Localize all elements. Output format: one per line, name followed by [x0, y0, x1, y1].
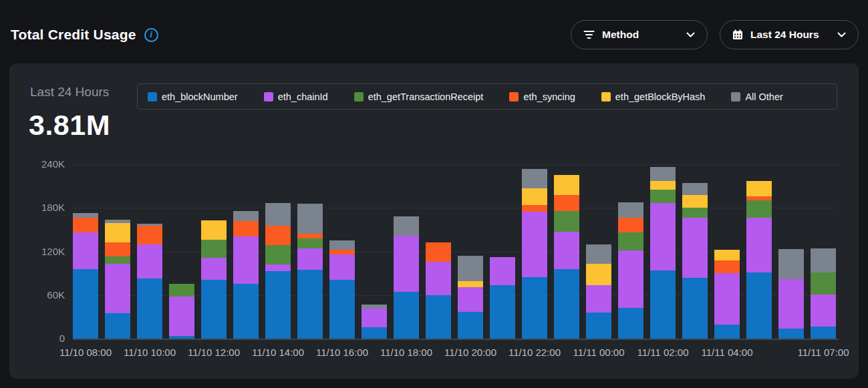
bar-column[interactable]	[73, 213, 98, 339]
bar-segment-eth_getTransactionReceipt	[169, 284, 194, 296]
bar-segment-All Other	[233, 211, 259, 221]
x-axis-tick: 11/11 07:00	[797, 347, 849, 358]
bar-segment-eth_chainId	[811, 295, 836, 327]
legend-item-eth_blockNumber[interactable]: eth_blockNumber	[148, 91, 238, 102]
legend-item-eth_getTransactionReceipt[interactable]: eth_getTransactionReceipt	[354, 91, 484, 102]
bar-column[interactable]	[329, 240, 355, 339]
bar-segment-eth_syncing	[73, 218, 98, 232]
bar-segment-All Other	[586, 244, 611, 264]
bar-segment-eth_blockNumber	[201, 280, 227, 339]
bar-segment-eth_blockNumber	[233, 284, 259, 339]
bar-column[interactable]	[394, 216, 419, 339]
bar-column[interactable]	[458, 256, 483, 339]
bar-column[interactable]	[778, 249, 804, 339]
bar-column[interactable]	[811, 248, 836, 339]
legend-chip	[509, 92, 519, 102]
page-title: Total Credit Usage	[11, 27, 136, 43]
bar-segment-eth_blockNumber	[329, 280, 355, 339]
bar-segment-eth_getTransactionReceipt	[105, 256, 130, 264]
bar-segment-All Other	[682, 183, 708, 194]
legend-chip	[148, 92, 157, 102]
bar-column[interactable]	[714, 250, 740, 339]
bar-segment-eth_getTransactionReceipt	[682, 208, 708, 218]
bar-segment-eth_chainId	[586, 285, 611, 313]
bar-segment-eth_syncing	[105, 242, 130, 256]
x-axis-tick: 11/11 00:00	[573, 347, 624, 358]
legend-chip	[264, 92, 273, 102]
info-icon[interactable]: i	[144, 28, 158, 42]
legend-label: eth_syncing	[523, 91, 575, 102]
bar-column[interactable]	[169, 284, 194, 339]
chevron-down-icon	[837, 32, 846, 37]
bar-segment-eth_getBlockByHash	[554, 175, 579, 194]
bar-segment-eth_blockNumber	[650, 270, 676, 339]
bar-segment-eth_chainId	[650, 203, 676, 270]
method-dropdown[interactable]: Method	[571, 20, 708, 49]
summary-period-label: Last 24 Hours	[30, 85, 109, 100]
bar-column[interactable]	[522, 169, 547, 339]
title-wrap: Total Credit Usage i	[11, 27, 158, 43]
bar-segment-eth_blockNumber	[361, 327, 387, 339]
bar-column[interactable]	[618, 202, 643, 339]
bar-column[interactable]	[682, 183, 708, 339]
bar-segment-eth_syncing	[554, 195, 579, 211]
legend-item-eth_syncing[interactable]: eth_syncing	[509, 91, 575, 102]
bar-segment-eth_blockNumber	[73, 269, 98, 339]
bar-segment-eth_chainId	[105, 264, 130, 313]
bar-segment-eth_blockNumber	[490, 285, 515, 339]
filter-pills: Method Last 24 Hours	[571, 20, 859, 49]
x-axis-tick: 11/10 10:00	[124, 347, 176, 358]
calendar-icon	[732, 29, 743, 40]
bar-segment-eth_getTransactionReceipt	[746, 200, 772, 218]
bar-column[interactable]	[490, 257, 515, 339]
bar-column[interactable]	[746, 181, 772, 339]
bar-segment-eth_blockNumber	[746, 272, 772, 339]
legend-label: eth_getTransactionReceipt	[368, 91, 484, 102]
bar-segment-eth_blockNumber	[458, 312, 483, 339]
bar-segment-eth_syncing	[426, 242, 451, 261]
x-axis-tick: 11/10 08:00	[59, 347, 112, 358]
bar-column[interactable]	[105, 220, 130, 339]
bar-segment-eth_chainId	[394, 236, 419, 293]
bar-segment-eth_blockNumber	[522, 277, 547, 339]
bar-column[interactable]	[650, 167, 676, 339]
bar-segment-eth_blockNumber	[137, 278, 162, 339]
bar-column[interactable]	[361, 305, 387, 339]
bar-segment-eth_getBlockByHash	[105, 223, 130, 242]
bar-segment-eth_getBlockByHash	[458, 281, 483, 287]
bar-segment-eth_chainId	[265, 264, 291, 271]
bar-segment-eth_blockNumber	[105, 313, 130, 339]
bar-column[interactable]	[586, 244, 611, 339]
bar-segment-eth_getTransactionReceipt	[297, 238, 323, 248]
bar-column[interactable]	[201, 220, 227, 339]
bar-column[interactable]	[265, 203, 291, 339]
x-axis-tick: 11/11 02:00	[637, 347, 688, 358]
x-axis-tick: 11/11 04:00	[701, 347, 752, 358]
bar-segment-All Other	[329, 240, 355, 250]
y-axis-tick: 120K	[25, 246, 65, 257]
bar-column[interactable]	[297, 204, 323, 339]
bar-segment-All Other	[650, 167, 676, 181]
legend-label: All Other	[745, 91, 782, 102]
bar-column[interactable]	[137, 224, 162, 339]
bar-segment-eth_getBlockByHash	[746, 181, 772, 196]
bar-segment-eth_syncing	[265, 226, 291, 244]
period-dropdown-label: Last 24 Hours	[750, 29, 819, 41]
x-axis-tick: 11/10 12:00	[188, 347, 240, 358]
bar-column[interactable]	[426, 242, 451, 339]
y-axis-tick: 240K	[25, 158, 65, 170]
chart-card: Last 24 Hours 3.81M eth_blockNumbereth_c…	[9, 63, 859, 379]
bar-column[interactable]	[554, 175, 579, 339]
x-axis-tick: 11/10 22:00	[509, 347, 561, 358]
legend-item-eth_chainId[interactable]: eth_chainId	[264, 91, 328, 102]
legend-item-eth_getBlockByHash[interactable]: eth_getBlockByHash	[601, 91, 706, 102]
period-dropdown[interactable]: Last 24 Hours	[720, 20, 859, 49]
bar-segment-eth_syncing	[618, 218, 643, 232]
summary-total-value: 3.81M	[29, 109, 110, 142]
bar-column[interactable]	[233, 211, 259, 339]
legend-item-All Other[interactable]: All Other	[731, 91, 782, 102]
bar-segment-All Other	[73, 213, 98, 218]
bar-segment-eth_blockNumber	[265, 271, 291, 339]
bar-segment-eth_blockNumber	[554, 269, 579, 339]
chevron-down-icon	[686, 32, 695, 37]
